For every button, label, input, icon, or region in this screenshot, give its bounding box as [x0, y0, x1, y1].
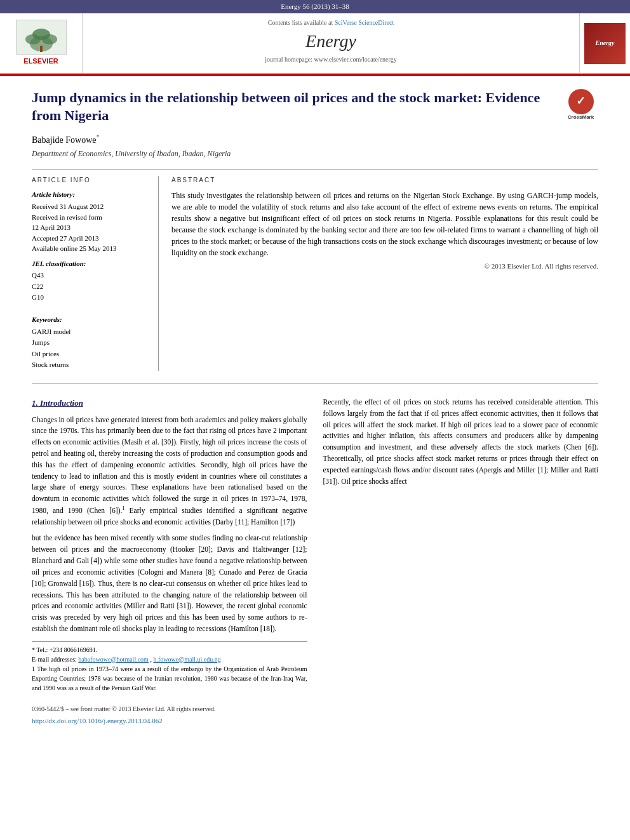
copyright-line: © 2013 Elsevier Ltd. All rights reserved…: [171, 262, 598, 271]
author-name: Babajide Fowowe*: [32, 133, 598, 146]
body-right-para1: Recently, the effect of oil prices on st…: [323, 397, 599, 488]
keyword-stock: Stock returns: [32, 359, 149, 371]
sciverse-link: Contents lists available at SciVerse Sci…: [95, 18, 566, 27]
svg-rect-4: [40, 46, 43, 52]
crossmark-label: CrossMark: [568, 114, 594, 121]
history-label: Article history:: [32, 190, 149, 199]
journal-name: Energy: [95, 29, 566, 53]
article-title-container: Jump dynamics in the relationship betwee…: [32, 89, 598, 125]
elsevier-tree-logo: [16, 20, 67, 55]
abstract-col: ABSTRACT This study investigates the rel…: [171, 176, 598, 371]
crossmark-badge[interactable]: ✓ CrossMark: [563, 89, 598, 117]
article-divider: [32, 169, 598, 170]
article-meta-row: ARTICLE INFO Article history: Received 3…: [32, 176, 598, 371]
body-columns: 1. Introduction Changes in oil prices ha…: [32, 397, 598, 726]
paper-content: Jump dynamics in the relationship betwee…: [0, 76, 630, 739]
body-divider: [32, 383, 598, 384]
elsevier-logo-area: ELSEVIER: [0, 13, 83, 72]
affiliation: Department of Economics, University of I…: [32, 149, 598, 159]
email-link-1[interactable]: babafowowe@hotmail.com: [78, 656, 149, 663]
keyword-jumps: Jumps: [32, 337, 149, 349]
footnote-tel: * Tel.: +234 8066169691.: [32, 645, 307, 655]
body-left-para2: but the evidence has been mixed recently…: [32, 533, 307, 634]
energy-journal-icon: Energy: [584, 23, 626, 64]
jel-label: JEL classification:: [32, 259, 149, 269]
article-info-header: ARTICLE INFO: [32, 176, 149, 185]
abstract-text: This study investigates the relationship…: [171, 190, 598, 258]
issn-line: 0360-5442/$ – see front matter © 2013 El…: [32, 704, 307, 714]
citation-text: Energy 56 (2013) 31–38: [281, 3, 349, 10]
doi-line: http://dx.doi.org/10.1016/j.energy.2013.…: [32, 715, 307, 726]
jel-codes: Q43 C22 G10: [32, 270, 149, 303]
elsevier-logo: ELSEVIER: [16, 20, 67, 66]
svg-point-3: [32, 29, 50, 40]
history-dates: Received 31 August 2012 Received in revi…: [32, 201, 149, 254]
keyword-oil: Oil prices: [32, 349, 149, 360]
email-link-2[interactable]: b.fowowe@mail.ui.edu.ng: [153, 656, 220, 663]
abstract-header: ABSTRACT: [171, 176, 598, 185]
doi-link[interactable]: http://dx.doi.org/10.1016/j.energy.2013.…: [32, 717, 163, 724]
journal-banner: ELSEVIER Contents lists available at Sci…: [0, 13, 630, 73]
body-col-right: Recently, the effect of oil prices on st…: [323, 397, 599, 726]
energy-icon-area: Energy: [579, 13, 630, 72]
journal-title-area: Contents lists available at SciVerse Sci…: [83, 13, 579, 72]
keyword-garji: GARJI model: [32, 326, 149, 338]
body-col-left: 1. Introduction Changes in oil prices ha…: [32, 397, 307, 726]
journal-homepage: journal homepage: www.elsevier.com/locat…: [95, 55, 566, 64]
footnote-divider: [32, 641, 307, 642]
sciverse-anchor[interactable]: SciVerse ScienceDirect: [335, 19, 394, 26]
footnote-email: E-mail addresses: babafowowe@hotmail.com…: [32, 655, 307, 664]
body-left-para1: Changes in oil prices have generated int…: [32, 415, 307, 528]
citation-bar: Energy 56 (2013) 31–38: [0, 0, 630, 13]
footnote-1: 1 The high oil prices in 1973–74 were as…: [32, 664, 307, 693]
article-title-text: Jump dynamics in the relationship betwee…: [32, 90, 540, 124]
keywords-label: Keywords:: [32, 315, 149, 324]
article-info-col: ARTICLE INFO Article history: Received 3…: [32, 176, 159, 371]
section1-title: 1. Introduction: [32, 397, 307, 410]
elsevier-wordmark: ELSEVIER: [16, 57, 67, 66]
